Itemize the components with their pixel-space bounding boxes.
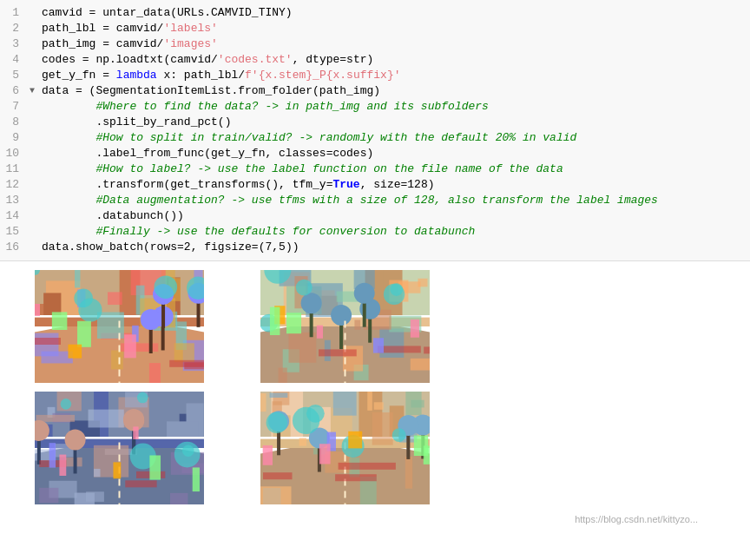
segmentation-image-1 (35, 270, 204, 383)
code-text-10: .label_from_func(get_y_fn, classes=codes… (42, 146, 747, 161)
code-text-6: data = (SegmentationItemList.from_folder… (42, 83, 747, 99)
segmentation-image-4 (260, 392, 430, 504)
code-text-15: #Finally -> use the defaults for convers… (42, 224, 747, 240)
line-num-5: 5 (3, 68, 30, 83)
code-line-11: 11 #How to label? -> use the label funct… (0, 161, 750, 177)
seg-canvas-3 (35, 392, 204, 504)
code-line-13: 13 #Data augmentation? -> use tfms with … (0, 193, 750, 208)
code-text-14: .databunch()) (42, 208, 747, 224)
segmentation-image-3 (35, 392, 204, 504)
code-line-14: 14 .databunch()) (0, 208, 750, 224)
code-line-12: 12 .transform(get_transforms(), tfm_y=Tr… (0, 177, 750, 193)
output-images-section: https://blog.csdn.net/kittyzo... (0, 261, 750, 535)
code-text-3: path_img = camvid/'images' (42, 36, 747, 52)
code-text-7: #Where to find the data? -> in path_img … (42, 99, 747, 115)
line-num-1: 1 (3, 5, 30, 21)
line-num-8: 8 (3, 115, 30, 130)
line-num-2: 2 (3, 21, 30, 36)
code-line-2: 2 path_lbl = camvid/'labels' (0, 21, 750, 36)
watermark-text: https://blog.csdn.net/kittyzo... (575, 514, 698, 524)
image-grid (35, 270, 451, 504)
code-text-2: path_lbl = camvid/'labels' (42, 21, 747, 36)
segmentation-image-2 (260, 270, 430, 383)
line-num-3: 3 (3, 36, 30, 52)
code-line-15: 15 #Finally -> use the defaults for conv… (0, 224, 750, 240)
code-line-10: 10 .label_from_func(get_y_fn, classes=co… (0, 146, 750, 161)
code-text-11: #How to label? -> use the label function… (42, 161, 747, 177)
line-num-9: 9 (3, 130, 30, 146)
line-num-15: 15 (3, 224, 30, 240)
code-text-13: #Data augmentation? -> use tfms with a s… (42, 193, 747, 208)
seg-canvas-2 (260, 270, 430, 383)
code-line-4: 4 codes = np.loadtxt(camvid/'codes.txt',… (0, 52, 750, 68)
line-num-7: 7 (3, 99, 30, 115)
line-num-16: 16 (3, 240, 30, 255)
line-num-6: 6 (3, 83, 30, 99)
line-num-4: 4 (3, 52, 30, 68)
code-text-9: #How to split in train/valid? -> randoml… (42, 130, 747, 146)
code-text-8: .split_by_rand_pct() (42, 115, 747, 130)
line-num-13: 13 (3, 193, 30, 208)
line-num-11: 11 (3, 161, 30, 177)
code-line-9: 9 #How to split in train/valid? -> rando… (0, 130, 750, 146)
fold-6: ▼ (30, 83, 42, 99)
code-line-8: 8 .split_by_rand_pct() (0, 115, 750, 130)
code-text-16: data.show_batch(rows=2, figsize=(7,5)) (42, 240, 747, 255)
code-line-3: 3 path_img = camvid/'images' (0, 36, 750, 52)
seg-canvas-4 (260, 392, 430, 504)
code-line-16: 16 data.show_batch(rows=2, figsize=(7,5)… (0, 240, 750, 255)
code-text-12: .transform(get_transforms(), tfm_y=True,… (42, 177, 747, 193)
code-line-7: 7 #Where to find the data? -> in path_im… (0, 99, 750, 115)
code-text-1: camvid = untar_data(URLs.CAMVID_TINY) (42, 5, 747, 21)
code-text-5: get_y_fn = lambda x: path_lbl/f'{x.stem}… (42, 68, 747, 83)
code-block: 1 camvid = untar_data(URLs.CAMVID_TINY) … (0, 0, 750, 261)
seg-canvas-1 (35, 270, 204, 383)
line-num-14: 14 (3, 208, 30, 224)
code-line-6: 6 ▼ data = (SegmentationItemList.from_fo… (0, 83, 750, 99)
code-line-1: 1 camvid = untar_data(URLs.CAMVID_TINY) (0, 5, 750, 21)
code-text-4: codes = np.loadtxt(camvid/'codes.txt', d… (42, 52, 747, 68)
line-num-12: 12 (3, 177, 30, 193)
line-num-10: 10 (3, 146, 30, 161)
code-line-5: 5 get_y_fn = lambda x: path_lbl/f'{x.ste… (0, 68, 750, 83)
